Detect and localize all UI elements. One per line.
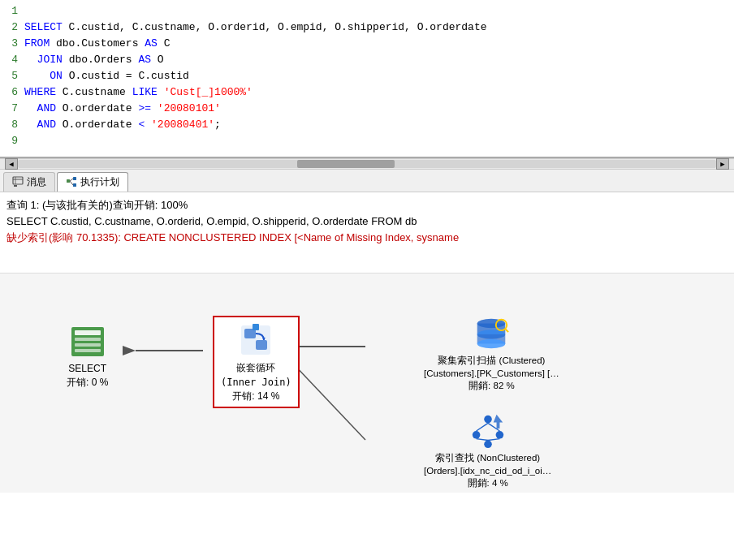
svg-rect-16: [75, 338, 101, 341]
plan-arrows: [18, 282, 716, 485]
tab-execution-plan-label: 执行计划: [80, 175, 119, 189]
nested-loop-box: 嵌套循环 (Inner Join) 开销: 14 %: [213, 316, 300, 408]
index-seek-label1: 索引查找 (NonClustered): [435, 452, 540, 464]
nested-loop-icon: [236, 321, 275, 360]
svg-line-13: [292, 363, 365, 440]
line-number: 8: [0, 117, 24, 133]
select-node-icon: [68, 322, 107, 361]
line-number: 5: [0, 68, 24, 84]
line-content: FROM dbo.Customers AS C: [24, 36, 734, 52]
line-number: 2: [0, 19, 24, 36]
line-number: 6: [0, 84, 24, 101]
nested-loop-cost: 开销: 14 %: [232, 390, 279, 403]
plan-icon: [66, 176, 77, 187]
code-line-8: 8 AND O.orderdate < '20080401';: [0, 117, 734, 133]
svg-rect-0: [13, 177, 23, 184]
clustered-scan-label2: [Customers].[PK_Customers] […: [424, 368, 559, 378]
code-editor[interactable]: 1 2 SELECT C.custid, C.custname, O.order…: [0, 0, 734, 158]
code-line-4: 4 JOIN dbo.Orders AS O: [0, 52, 734, 68]
svg-point-35: [495, 431, 503, 439]
message-icon: [12, 176, 24, 187]
clustered-scan-node[interactable]: 聚集索引扫描 (Clustered) [Customers].[PK_Custo…: [424, 314, 559, 392]
nested-loop-node[interactable]: 嵌套循环 (Inner Join) 开销: 14 %: [213, 316, 300, 408]
svg-marker-41: [493, 415, 503, 429]
select-node-cost: 开销: 0 %: [67, 376, 108, 390]
svg-line-37: [476, 423, 487, 431]
tab-messages-label: 消息: [27, 175, 46, 189]
svg-rect-17: [75, 343, 101, 347]
svg-line-32: [506, 329, 509, 332]
svg-line-8: [70, 181, 73, 185]
tab-messages[interactable]: 消息: [3, 172, 55, 192]
result-line-2: SELECT C.custid, C.custname, O.orderid, …: [6, 213, 728, 230]
nested-loop-label: 嵌套循环: [236, 361, 275, 375]
result-line-1: 查询 1: (与该批有关的)查询开销: 100%: [6, 197, 728, 213]
svg-point-33: [484, 416, 492, 424]
clustered-scan-label1: 聚集索引扫描 (Clustered): [438, 355, 545, 367]
svg-rect-5: [73, 177, 76, 180]
svg-point-34: [472, 431, 480, 439]
svg-rect-6: [73, 183, 76, 187]
svg-rect-18: [75, 349, 101, 352]
line-number: 3: [0, 36, 24, 52]
horizontal-scrollbar[interactable]: ◀ ▶: [0, 158, 734, 170]
svg-rect-4: [67, 179, 70, 183]
scroll-left-button[interactable]: ◀: [5, 158, 18, 170]
svg-rect-21: [256, 340, 267, 350]
svg-point-36: [484, 441, 492, 449]
code-line-2: 2 SELECT C.custid, C.custname, O.orderid…: [0, 19, 734, 36]
line-number: 7: [0, 101, 24, 117]
index-seek-label2: [Orders].[idx_nc_cid_od_i_oi…: [424, 466, 551, 476]
scroll-right-button[interactable]: ▶: [716, 158, 729, 170]
clustered-scan-cost: 開銷: 82 %: [468, 380, 515, 392]
select-node-label: SELECT: [68, 363, 106, 374]
svg-line-7: [70, 179, 73, 181]
svg-point-30: [477, 339, 506, 349]
result-line-3: 缺少索引(影响 70.1335): CREATE NONCLUSTERED IN…: [6, 230, 728, 246]
line-number: 1: [0, 3, 24, 19]
code-line-6: 6 WHERE C.custname LIKE 'Cust[_]1000%': [0, 84, 734, 101]
svg-line-40: [488, 439, 499, 441]
code-lines: 1 2 SELECT C.custid, C.custname, O.order…: [0, 3, 734, 149]
line-number: 9: [0, 133, 24, 149]
line-content: SELECT C.custid, C.custname, O.orderid, …: [24, 19, 734, 36]
svg-line-39: [476, 439, 487, 441]
svg-rect-15: [75, 330, 101, 335]
line-number: 4: [0, 52, 24, 68]
index-seek-cost: 開銷: 4 %: [468, 477, 508, 489]
nested-loop-join: (Inner Join): [221, 377, 291, 388]
index-seek-icon: [468, 411, 507, 450]
line-content: JOIN dbo.Orders AS O: [24, 52, 734, 68]
tabs-bar: 消息 执行计划: [0, 170, 734, 192]
line-content: ON O.custid = C.custid: [24, 68, 734, 84]
scrollbar-thumb[interactable]: [297, 160, 395, 168]
line-content: AND O.orderdate >= '20080101': [24, 101, 734, 117]
index-seek-node[interactable]: 索引查找 (NonClustered) [Orders].[idx_nc_cid…: [424, 411, 551, 489]
clustered-scan-icon: [472, 314, 511, 353]
plan-container: SELECT 开销: 0 %: [18, 282, 716, 485]
select-node[interactable]: SELECT 开销: 0 %: [67, 322, 108, 390]
results-area: 查询 1: (与该批有关的)查询开销: 100% SELECT C.custid…: [0, 192, 734, 274]
execution-plan-area: SELECT 开销: 0 %: [0, 274, 734, 493]
code-line-1: 1: [0, 3, 734, 19]
code-line-3: 3 FROM dbo.Customers AS C: [0, 36, 734, 52]
line-content: AND O.orderdate < '20080401';: [24, 117, 734, 133]
line-content: WHERE C.custname LIKE 'Cust[_]1000%': [24, 84, 734, 101]
code-line-9: 9: [0, 133, 734, 149]
code-line-5: 5 ON O.custid = C.custid: [0, 68, 734, 84]
code-line-7: 7 AND O.orderdate >= '20080101': [0, 101, 734, 117]
svg-rect-3: [14, 185, 17, 187]
scrollbar-track[interactable]: [18, 160, 716, 168]
tab-execution-plan[interactable]: 执行计划: [57, 172, 128, 192]
